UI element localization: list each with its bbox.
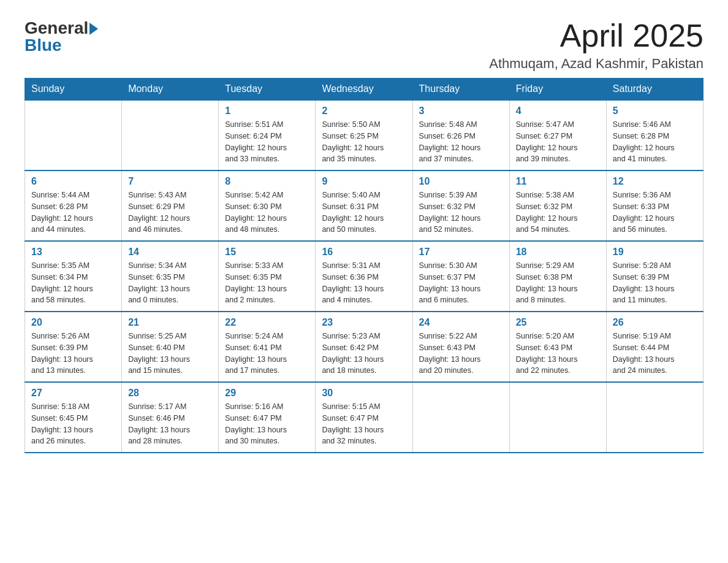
day-info: Sunrise: 5:17 AMSunset: 6:46 PMDaylight:… <box>128 401 212 447</box>
day-info: Sunrise: 5:47 AMSunset: 6:27 PMDaylight:… <box>516 119 600 165</box>
day-number: 22 <box>225 317 309 328</box>
calendar-week-row: 1Sunrise: 5:51 AMSunset: 6:24 PMDaylight… <box>25 100 703 170</box>
day-info: Sunrise: 5:35 AMSunset: 6:34 PMDaylight:… <box>31 260 115 306</box>
day-info: Sunrise: 5:43 AMSunset: 6:29 PMDaylight:… <box>128 190 212 236</box>
day-info: Sunrise: 5:28 AMSunset: 6:39 PMDaylight:… <box>613 260 697 306</box>
weekday-header-sunday: Sunday <box>25 79 122 101</box>
calendar-week-row: 6Sunrise: 5:44 AMSunset: 6:28 PMDaylight… <box>25 170 703 241</box>
day-info: Sunrise: 5:44 AMSunset: 6:28 PMDaylight:… <box>31 190 115 236</box>
day-info: Sunrise: 5:34 AMSunset: 6:35 PMDaylight:… <box>128 260 212 306</box>
day-number: 25 <box>516 317 600 328</box>
calendar-cell <box>25 100 122 170</box>
calendar-cell <box>412 382 509 453</box>
calendar-cell: 4Sunrise: 5:47 AMSunset: 6:27 PMDaylight… <box>509 100 606 170</box>
calendar-cell: 22Sunrise: 5:24 AMSunset: 6:41 PMDayligh… <box>219 312 316 382</box>
day-number: 16 <box>322 247 406 258</box>
calendar-cell: 27Sunrise: 5:18 AMSunset: 6:45 PMDayligh… <box>25 382 122 453</box>
day-number: 13 <box>31 247 115 258</box>
calendar-cell: 29Sunrise: 5:16 AMSunset: 6:47 PMDayligh… <box>219 382 316 453</box>
calendar-table: SundayMondayTuesdayWednesdayThursdayFrid… <box>25 78 703 453</box>
calendar-cell: 18Sunrise: 5:29 AMSunset: 6:38 PMDayligh… <box>509 241 606 312</box>
day-info: Sunrise: 5:42 AMSunset: 6:30 PMDaylight:… <box>225 190 309 236</box>
calendar-cell: 10Sunrise: 5:39 AMSunset: 6:32 PMDayligh… <box>412 170 509 241</box>
logo: General Blue <box>25 18 98 55</box>
day-number: 30 <box>322 388 406 399</box>
calendar-cell: 6Sunrise: 5:44 AMSunset: 6:28 PMDaylight… <box>25 170 122 241</box>
day-info: Sunrise: 5:26 AMSunset: 6:39 PMDaylight:… <box>31 331 115 377</box>
logo-arrow-icon <box>89 23 98 35</box>
day-number: 3 <box>419 105 503 117</box>
calendar-cell: 11Sunrise: 5:38 AMSunset: 6:32 PMDayligh… <box>509 170 606 241</box>
day-number: 18 <box>516 247 600 258</box>
calendar-cell: 9Sunrise: 5:40 AMSunset: 6:31 PMDaylight… <box>316 170 412 241</box>
day-info: Sunrise: 5:22 AMSunset: 6:43 PMDaylight:… <box>419 331 503 377</box>
weekday-header-monday: Monday <box>122 79 219 101</box>
day-info: Sunrise: 5:23 AMSunset: 6:42 PMDaylight:… <box>322 331 406 377</box>
calendar-cell: 17Sunrise: 5:30 AMSunset: 6:37 PMDayligh… <box>412 241 509 312</box>
day-info: Sunrise: 5:19 AMSunset: 6:44 PMDaylight:… <box>613 331 697 377</box>
page-header: General Blue April 2025 Athmuqam, Azad K… <box>25 18 703 72</box>
day-number: 28 <box>128 388 212 399</box>
day-info: Sunrise: 5:31 AMSunset: 6:36 PMDaylight:… <box>322 260 406 306</box>
day-info: Sunrise: 5:50 AMSunset: 6:25 PMDaylight:… <box>322 119 406 165</box>
day-number: 8 <box>225 176 309 187</box>
day-number: 11 <box>516 176 600 187</box>
title-block: April 2025 Athmuqam, Azad Kashmir, Pakis… <box>489 18 703 72</box>
day-info: Sunrise: 5:40 AMSunset: 6:31 PMDaylight:… <box>322 190 406 236</box>
day-number: 9 <box>322 176 406 187</box>
day-number: 15 <box>225 247 309 258</box>
day-info: Sunrise: 5:46 AMSunset: 6:28 PMDaylight:… <box>613 119 697 165</box>
day-info: Sunrise: 5:30 AMSunset: 6:37 PMDaylight:… <box>419 260 503 306</box>
calendar-cell <box>606 382 703 453</box>
calendar-cell: 13Sunrise: 5:35 AMSunset: 6:34 PMDayligh… <box>25 241 122 312</box>
calendar-cell: 20Sunrise: 5:26 AMSunset: 6:39 PMDayligh… <box>25 312 122 382</box>
day-info: Sunrise: 5:24 AMSunset: 6:41 PMDaylight:… <box>225 331 309 377</box>
day-number: 5 <box>613 105 697 117</box>
day-number: 29 <box>225 388 309 399</box>
calendar-subtitle: Athmuqam, Azad Kashmir, Pakistan <box>489 56 703 72</box>
day-info: Sunrise: 5:18 AMSunset: 6:45 PMDaylight:… <box>31 401 115 447</box>
day-info: Sunrise: 5:33 AMSunset: 6:35 PMDaylight:… <box>225 260 309 306</box>
calendar-cell: 15Sunrise: 5:33 AMSunset: 6:35 PMDayligh… <box>219 241 316 312</box>
calendar-cell: 12Sunrise: 5:36 AMSunset: 6:33 PMDayligh… <box>606 170 703 241</box>
calendar-cell <box>509 382 606 453</box>
calendar-week-row: 27Sunrise: 5:18 AMSunset: 6:45 PMDayligh… <box>25 382 703 453</box>
calendar-cell: 7Sunrise: 5:43 AMSunset: 6:29 PMDaylight… <box>122 170 219 241</box>
day-number: 10 <box>419 176 503 187</box>
calendar-cell: 8Sunrise: 5:42 AMSunset: 6:30 PMDaylight… <box>219 170 316 241</box>
day-info: Sunrise: 5:29 AMSunset: 6:38 PMDaylight:… <box>516 260 600 306</box>
day-number: 6 <box>31 176 115 187</box>
calendar-cell: 16Sunrise: 5:31 AMSunset: 6:36 PMDayligh… <box>316 241 412 312</box>
calendar-cell: 19Sunrise: 5:28 AMSunset: 6:39 PMDayligh… <box>606 241 703 312</box>
day-info: Sunrise: 5:20 AMSunset: 6:43 PMDaylight:… <box>516 331 600 377</box>
calendar-title: April 2025 <box>489 18 703 53</box>
calendar-cell: 28Sunrise: 5:17 AMSunset: 6:46 PMDayligh… <box>122 382 219 453</box>
day-info: Sunrise: 5:15 AMSunset: 6:47 PMDaylight:… <box>322 401 406 447</box>
calendar-week-row: 20Sunrise: 5:26 AMSunset: 6:39 PMDayligh… <box>25 312 703 382</box>
weekday-header-tuesday: Tuesday <box>219 79 316 101</box>
day-number: 14 <box>128 247 212 258</box>
day-info: Sunrise: 5:38 AMSunset: 6:32 PMDaylight:… <box>516 190 600 236</box>
day-info: Sunrise: 5:39 AMSunset: 6:32 PMDaylight:… <box>419 190 503 236</box>
calendar-cell: 2Sunrise: 5:50 AMSunset: 6:25 PMDaylight… <box>316 100 412 170</box>
weekday-header-wednesday: Wednesday <box>316 79 412 101</box>
calendar-cell: 30Sunrise: 5:15 AMSunset: 6:47 PMDayligh… <box>316 382 412 453</box>
calendar-cell: 23Sunrise: 5:23 AMSunset: 6:42 PMDayligh… <box>316 312 412 382</box>
day-number: 26 <box>613 317 697 328</box>
day-number: 4 <box>516 105 600 117</box>
day-info: Sunrise: 5:36 AMSunset: 6:33 PMDaylight:… <box>613 190 697 236</box>
day-number: 2 <box>322 105 406 117</box>
calendar-cell <box>122 100 219 170</box>
calendar-cell: 25Sunrise: 5:20 AMSunset: 6:43 PMDayligh… <box>509 312 606 382</box>
day-number: 12 <box>613 176 697 187</box>
day-info: Sunrise: 5:25 AMSunset: 6:40 PMDaylight:… <box>128 331 212 377</box>
calendar-cell: 24Sunrise: 5:22 AMSunset: 6:43 PMDayligh… <box>412 312 509 382</box>
weekday-header-row: SundayMondayTuesdayWednesdayThursdayFrid… <box>25 79 703 101</box>
weekday-header-friday: Friday <box>509 79 606 101</box>
calendar-cell: 1Sunrise: 5:51 AMSunset: 6:24 PMDaylight… <box>219 100 316 170</box>
day-number: 20 <box>31 317 115 328</box>
day-info: Sunrise: 5:51 AMSunset: 6:24 PMDaylight:… <box>225 119 309 165</box>
calendar-week-row: 13Sunrise: 5:35 AMSunset: 6:34 PMDayligh… <box>25 241 703 312</box>
day-number: 19 <box>613 247 697 258</box>
calendar-cell: 3Sunrise: 5:48 AMSunset: 6:26 PMDaylight… <box>412 100 509 170</box>
